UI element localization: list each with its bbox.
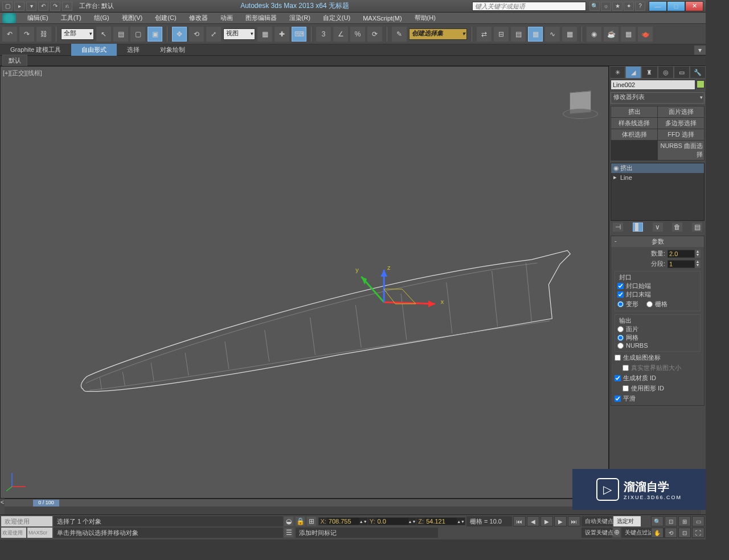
new-icon[interactable]: ▢ [2, 2, 13, 11]
zoom-icon[interactable]: 🔍 [651, 516, 664, 526]
next-frame-icon[interactable]: ▶ [554, 516, 567, 526]
select-manip-button[interactable]: ✚ [275, 27, 289, 42]
coord-z[interactable] [425, 518, 457, 525]
coord-x[interactable] [327, 518, 359, 525]
menu-grapheditors[interactable]: 图形编辑器 [240, 13, 282, 23]
redo-icon[interactable]: ↷ [50, 2, 60, 11]
cap-morph-radio[interactable]: 变形 [617, 300, 638, 308]
use-shapeid-checkbox[interactable]: 使用图形 ID [615, 384, 701, 393]
fov-icon[interactable]: ▭ [692, 516, 705, 526]
utilities-tab-icon[interactable]: 🔧 [690, 66, 706, 79]
menu-help[interactable]: 帮助(H) [409, 13, 441, 23]
use-center-button[interactable]: ▦ [257, 27, 272, 42]
cap-end-checkbox[interactable]: 封口末端 [617, 290, 698, 299]
graphite-button[interactable]: ▦ [528, 27, 543, 42]
gen-mapping-checkbox[interactable]: 生成贴图坐标 [615, 353, 701, 362]
mod-nurbssel-button[interactable]: NURBS 曲面选择 [658, 141, 704, 160]
link-icon[interactable]: ⎌ [62, 2, 72, 11]
ref-coord-dropdown[interactable]: 视图 [223, 28, 255, 40]
coord-y[interactable] [376, 518, 408, 525]
goto-start-icon[interactable]: ⏮ [513, 516, 526, 526]
object-color-swatch[interactable] [697, 80, 705, 88]
app-logo-icon[interactable] [2, 13, 16, 23]
undo-button[interactable]: ↶ [2, 27, 17, 42]
percent-snap-button[interactable]: % [350, 27, 365, 42]
gen-matid-checkbox[interactable]: 生成材质 ID [615, 374, 701, 382]
out-patch-radio[interactable]: 面片 [617, 325, 698, 333]
open-icon[interactable]: ▸ [14, 2, 24, 11]
zoom-all-icon[interactable]: ⊡ [665, 516, 677, 526]
stack-item-extrude[interactable]: ◉挤出 [611, 163, 704, 173]
edit-named-sel-button[interactable]: ✎ [392, 27, 407, 42]
exchange-icon[interactable]: ✦ [624, 2, 634, 11]
real-world-checkbox[interactable]: 真实世界贴图大小 [615, 364, 701, 372]
schematic-button[interactable]: ▦ [562, 27, 577, 42]
display-tab-icon[interactable]: ▭ [674, 66, 690, 79]
modify-tab-icon[interactable]: ◢ [625, 66, 641, 79]
link-button[interactable]: ⛓ [36, 27, 51, 42]
mod-volsel-button[interactable]: 体积选择 [611, 129, 657, 140]
ribbon-collapse-button[interactable]: ▾ [694, 46, 706, 55]
menu-customize[interactable]: 自定义(U) [317, 13, 356, 23]
menu-animation[interactable]: 动画 [215, 13, 239, 23]
modifier-list-dropdown[interactable]: 修改器列表 [611, 92, 705, 104]
hierarchy-tab-icon[interactable]: ♜ [641, 66, 657, 79]
move-button[interactable]: ✥ [172, 27, 187, 42]
material-editor-button[interactable]: ◉ [587, 27, 601, 42]
create-tab-icon[interactable]: ✳ [609, 66, 625, 79]
workspace-label[interactable]: 工作台: 默认 [76, 2, 117, 10]
search-icon[interactable]: 🔍 [589, 2, 600, 11]
maximize-vp-icon[interactable]: ⛶ [692, 528, 705, 538]
orbit-icon[interactable]: ⟲ [665, 528, 677, 538]
steering-icon[interactable]: ☼ [601, 2, 611, 11]
pan-icon[interactable]: ✋ [651, 528, 664, 538]
scale-button[interactable]: ⤢ [206, 27, 221, 42]
align-button[interactable]: ⊟ [494, 27, 509, 42]
mod-splinesel-button[interactable]: 样条线选择 [611, 118, 657, 129]
out-mesh-radio[interactable]: 网格 [617, 333, 698, 342]
menu-group[interactable]: 组(G) [88, 13, 115, 23]
pin-stack-icon[interactable]: ⊣ [613, 223, 623, 232]
amount-spinner[interactable]: ▲▼ [667, 250, 701, 258]
mirror-button[interactable]: ⇄ [477, 27, 492, 42]
render-button[interactable]: 🫖 [638, 27, 653, 42]
smooth-checkbox[interactable]: 平滑 [615, 394, 701, 403]
mod-extrude-button[interactable]: 挤出 [611, 106, 657, 117]
configure-sets-icon[interactable]: ▤ [692, 223, 702, 232]
help-search-input[interactable] [472, 2, 586, 11]
cap-grid-radio[interactable]: 栅格 [646, 300, 667, 308]
keyboard-shortcut-button[interactable]: ⌨ [292, 27, 306, 42]
mod-polysel-button[interactable]: 多边形选择 [658, 118, 704, 129]
rotate-button[interactable]: ⟲ [189, 27, 204, 42]
ribbon-sub-default[interactable]: 默认 [2, 55, 27, 67]
window-crossing-button[interactable]: ▣ [148, 27, 162, 42]
ribbon-tab-freeform[interactable]: 自由形式 [71, 44, 117, 56]
render-setup-button[interactable]: ☕ [604, 27, 619, 42]
star-icon[interactable]: ★ [612, 2, 622, 11]
undo-icon[interactable]: ↶ [38, 2, 48, 11]
snap-toggle-button[interactable]: 3 [316, 27, 331, 42]
modifier-stack[interactable]: ◉挤出 ▸Line [611, 163, 705, 221]
time-cursor[interactable]: 0 / 100 [33, 500, 59, 507]
welcome-button[interactable]: 欢迎使用 [1, 516, 52, 526]
menu-rendering[interactable]: 渲染(R) [284, 13, 316, 23]
segments-spinner[interactable]: ▲▼ [667, 260, 701, 268]
menu-modifiers[interactable]: 修改器 [183, 13, 214, 23]
named-selection-dropdown[interactable]: 创建选择集 [409, 28, 467, 40]
maxscript-button[interactable]: MAXScr [27, 528, 52, 538]
ribbon-tab-paint[interactable]: 对象绘制 [150, 44, 195, 56]
make-unique-icon[interactable]: ∨ [653, 223, 663, 232]
layer-button[interactable]: ▤ [511, 27, 526, 42]
mod-patchsel-button[interactable]: 面片选择 [658, 106, 704, 117]
lock-icon[interactable]: 🔒 [296, 517, 305, 526]
render-frame-button[interactable]: ▦ [621, 27, 636, 42]
prev-frame-icon[interactable]: ◀ [527, 516, 539, 526]
setkey-button[interactable]: 设置关键点 [581, 528, 612, 538]
redo-button[interactable]: ↷ [19, 27, 34, 42]
close-button[interactable]: ✕ [685, 1, 703, 11]
ribbon-tab-graphite[interactable]: Graphite 建模工具 [0, 44, 71, 56]
mod-ffdsel-button[interactable]: FFD 选择 [658, 129, 704, 140]
out-nurbs-radio[interactable]: NURBS [617, 342, 698, 349]
absolute-icon[interactable]: ⊞ [307, 517, 316, 526]
curve-editor-button[interactable]: ∿ [545, 27, 560, 42]
